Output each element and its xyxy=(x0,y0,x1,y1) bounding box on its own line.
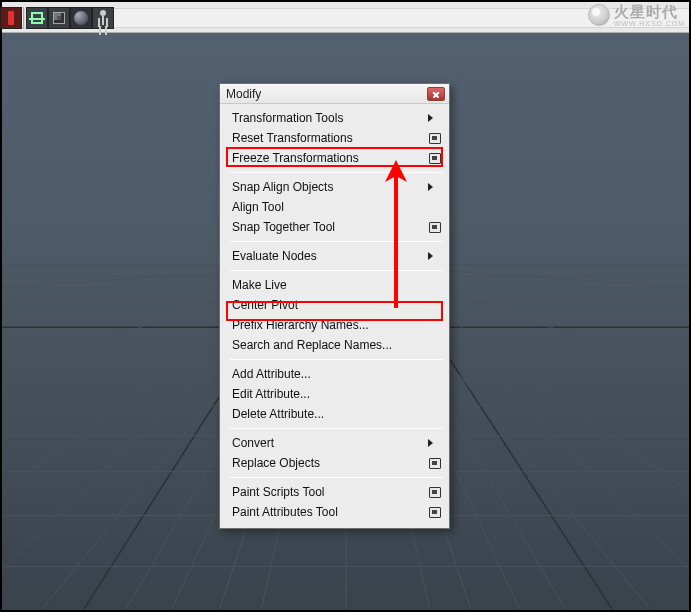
menu-item[interactable]: Paint Scripts Tool xyxy=(220,482,449,502)
menu-item[interactable]: Paint Attributes Tool xyxy=(220,502,449,522)
option-box-icon[interactable] xyxy=(429,458,441,469)
menu-separator xyxy=(230,477,443,478)
menu-item-label: Snap Together Tool xyxy=(232,220,429,234)
menu-item-label: Reset Transformations xyxy=(232,131,429,145)
menu-item[interactable]: Freeze Transformations xyxy=(220,148,449,168)
menu-item[interactable]: Add Attribute... xyxy=(220,364,449,384)
menu-item[interactable]: Evaluate Nodes xyxy=(220,246,449,266)
menu-item-label: Align Tool xyxy=(232,200,443,214)
menu-body: Transformation ToolsReset Transformation… xyxy=(220,104,449,528)
menu-item-label: Make Live xyxy=(232,278,443,292)
option-box-icon[interactable] xyxy=(429,153,441,164)
menu-item[interactable]: Snap Together Tool xyxy=(220,217,449,237)
menu-titlebar[interactable]: Modify xyxy=(220,84,449,104)
menu-separator xyxy=(230,270,443,271)
menu-item-label: Delete Attribute... xyxy=(232,407,443,421)
shelf-icon-5[interactable] xyxy=(92,7,114,29)
menu-item-label: Transformation Tools xyxy=(232,111,428,125)
watermark-logo-icon xyxy=(588,4,610,26)
shelf-icon-3[interactable] xyxy=(48,7,70,29)
close-icon[interactable] xyxy=(427,87,445,101)
menu-item[interactable]: Snap Align Objects xyxy=(220,177,449,197)
submenu-arrow-icon xyxy=(428,183,433,191)
menu-item-label: Prefix Hierarchy Names... xyxy=(232,318,443,332)
shelf-icon-4[interactable] xyxy=(70,7,92,29)
menu-item-label: Paint Scripts Tool xyxy=(232,485,429,499)
menu-item-label: Search and Replace Names... xyxy=(232,338,443,352)
shelf-separator xyxy=(23,7,25,29)
menu-separator xyxy=(230,172,443,173)
menu-item[interactable]: Align Tool xyxy=(220,197,449,217)
menu-item[interactable]: Center Pivot xyxy=(220,295,449,315)
submenu-arrow-icon xyxy=(428,114,433,122)
watermark: 火星时代 WWW.HXSD.COM xyxy=(588,3,685,27)
option-box-icon[interactable] xyxy=(429,507,441,518)
top-toolbar: 火星时代 WWW.HXSD.COM xyxy=(0,0,691,33)
menu-item[interactable]: Search and Replace Names... xyxy=(220,335,449,355)
menu-separator xyxy=(230,428,443,429)
menu-separator xyxy=(230,359,443,360)
menu-item-label: Replace Objects xyxy=(232,456,429,470)
menu-item-label: Edit Attribute... xyxy=(232,387,443,401)
modify-menu: Modify Transformation ToolsReset Transfo… xyxy=(219,83,450,529)
watermark-url: WWW.HXSD.COM xyxy=(614,20,685,27)
menu-item[interactable]: Edit Attribute... xyxy=(220,384,449,404)
menu-item[interactable]: Replace Objects xyxy=(220,453,449,473)
option-box-icon[interactable] xyxy=(429,133,441,144)
menu-item-label: Center Pivot xyxy=(232,298,443,312)
menu-title-text: Modify xyxy=(226,87,261,101)
watermark-brand: 火星时代 xyxy=(614,3,678,20)
menu-item[interactable]: Make Live xyxy=(220,275,449,295)
menu-item-label: Freeze Transformations xyxy=(232,151,429,165)
option-box-icon[interactable] xyxy=(429,222,441,233)
submenu-arrow-icon xyxy=(428,439,433,447)
menu-item-label: Convert xyxy=(232,436,428,450)
menu-item-label: Evaluate Nodes xyxy=(232,249,428,263)
shelf-icon-1[interactable] xyxy=(0,7,22,29)
menu-item[interactable]: Delete Attribute... xyxy=(220,404,449,424)
menu-item[interactable]: Convert xyxy=(220,433,449,453)
menu-item-label: Add Attribute... xyxy=(232,367,443,381)
submenu-arrow-icon xyxy=(428,252,433,260)
menu-item-label: Paint Attributes Tool xyxy=(232,505,429,519)
shelf xyxy=(0,5,114,30)
menu-item-label: Snap Align Objects xyxy=(232,180,428,194)
menu-separator xyxy=(230,241,443,242)
option-box-icon[interactable] xyxy=(429,487,441,498)
menu-item[interactable]: Transformation Tools xyxy=(220,108,449,128)
menu-item[interactable]: Prefix Hierarchy Names... xyxy=(220,315,449,335)
shelf-icon-2[interactable] xyxy=(26,7,48,29)
menu-item[interactable]: Reset Transformations xyxy=(220,128,449,148)
